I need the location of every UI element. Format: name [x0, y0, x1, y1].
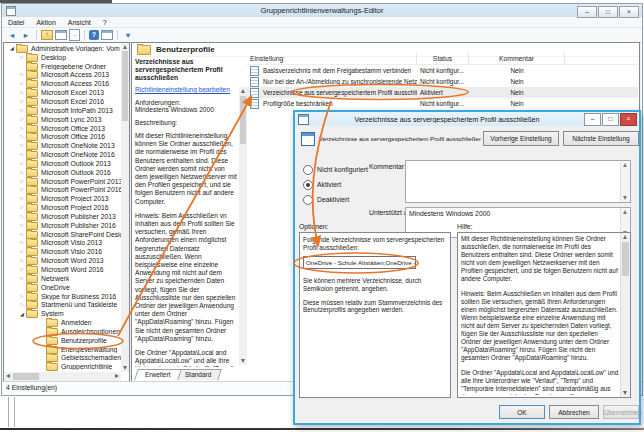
expand-icon[interactable]: ▷: [18, 99, 26, 104]
tree-item-microsoft-outlook-2013[interactable]: ▷Microsoft Outlook 2013: [5, 159, 121, 168]
tree-item-gebietsschemadienste[interactable]: Gebietsschemadienste: [5, 354, 121, 363]
list-row-profilgröße-beschränken[interactable]: Profilgröße beschränkenNicht konfigur...…: [247, 98, 638, 109]
scroll-down-icon[interactable]: [621, 389, 629, 397]
expand-icon[interactable]: ▷: [18, 55, 26, 60]
description-scrollbar[interactable]: [239, 87, 247, 365]
tree-item-startmenü-und-taskleiste[interactable]: ▷Startmenü und Taskleiste: [5, 300, 121, 309]
tree-item-energieverwaltung[interactable]: Energieverwaltung: [5, 345, 121, 354]
tree-item-microsoft-outlook-2016[interactable]: ▷Microsoft Outlook 2016: [5, 168, 121, 177]
scrollbar-arrows[interactable]: [620, 161, 630, 202]
tree-item-benutzerprofile[interactable]: Benutzerprofile: [5, 336, 121, 345]
expand-icon[interactable]: ▷: [18, 72, 26, 77]
tab-standard[interactable]: Standard: [174, 369, 222, 380]
expand-icon[interactable]: ▷: [18, 276, 26, 281]
expand-icon[interactable]: ▷: [18, 152, 26, 157]
expand-icon[interactable]: ▷: [18, 214, 26, 219]
tree-item-microsoft-publisher-2013[interactable]: ▷Microsoft Publisher 2013: [5, 212, 121, 221]
tree-vertical-scrollbar[interactable]: [121, 43, 129, 372]
expand-icon[interactable]: ▷: [18, 196, 26, 201]
column-header-status[interactable]: Status: [417, 53, 469, 64]
tree-item-microsoft-onenote-2016[interactable]: ▷Microsoft OneNote 2016: [5, 150, 121, 159]
tree-item-microsoft-publisher-2016[interactable]: ▷Microsoft Publisher 2016: [5, 221, 121, 230]
filter-icon[interactable]: ▼: [122, 30, 134, 41]
scroll-right-icon[interactable]: [113, 372, 121, 381]
scroll-down-icon[interactable]: [121, 364, 129, 372]
menu-item-aktion[interactable]: Aktion: [30, 19, 61, 26]
expand-icon[interactable]: ▷: [18, 179, 26, 184]
tree-item-microsoft-access-2016[interactable]: ▷Microsoft Access 2016: [5, 79, 121, 88]
expand-icon[interactable]: ▷: [18, 294, 26, 299]
expand-icon[interactable]: ▷: [18, 258, 26, 263]
tree-item-microsoft-sharepoint-design[interactable]: ▷Microsoft SharePoint Design: [5, 230, 121, 239]
tree-item-freigegebene-ordner[interactable]: Freigegebene Ordner: [5, 62, 121, 71]
tree-item-microsoft-office-2016[interactable]: ▷Microsoft Office 2016: [5, 132, 121, 141]
expand-icon[interactable]: ▷: [18, 161, 26, 166]
expand-icon[interactable]: ▷: [18, 126, 26, 131]
expand-icon[interactable]: ▷: [18, 240, 26, 245]
apply-button[interactable]: Übernehmen: [603, 405, 639, 419]
dialog-minimize-button[interactable]: –: [584, 113, 601, 126]
scroll-down-icon[interactable]: [239, 357, 247, 365]
expand-icon[interactable]: ▷: [18, 187, 26, 192]
radio-aktiviert[interactable]: Aktiviert: [303, 177, 368, 192]
expand-icon[interactable]: ▷: [18, 302, 26, 307]
collapse-icon[interactable]: ◢: [8, 45, 16, 51]
tree-item-microsoft-project-2016[interactable]: ▷Microsoft Project 2016: [5, 203, 121, 212]
scroll-left-icon[interactable]: [4, 372, 12, 381]
tree-item-microsoft-onenote-2013[interactable]: ▷Microsoft OneNote 2013: [5, 141, 121, 150]
edit-policy-link[interactable]: Richtlinieneinstellung bearbeiten: [135, 86, 238, 93]
tree-horizontal-scrollbar[interactable]: [4, 372, 121, 381]
scroll-up-icon[interactable]: [621, 233, 629, 241]
tree-item-microsoft-excel-2016[interactable]: ▷Microsoft Excel 2016: [5, 97, 121, 106]
tree-item-microsoft-access-2013[interactable]: ▷Microsoft Access 2013: [5, 71, 121, 80]
tree-item-microsoft-word-2013[interactable]: ▷Microsoft Word 2013: [5, 256, 121, 265]
tree-item-microsoft-infopath-2013[interactable]: ▷Microsoft InfoPath 2013: [5, 106, 121, 115]
tree-item-administrative-vorlagen-vom-z[interactable]: ◢Administrative Vorlagen: Vom z: [5, 44, 121, 53]
dialog-maximize-button[interactable]: □: [602, 113, 619, 126]
close-button[interactable]: ×: [619, 6, 639, 18]
expand-icon[interactable]: ▷: [18, 223, 26, 228]
tree-item-system[interactable]: ◢System: [5, 309, 121, 318]
next-setting-button[interactable]: Nächste Einstellung: [563, 131, 639, 146]
tree-item-microsoft-powerpoint-2013[interactable]: ▷Microsoft PowerPoint 2013: [5, 177, 121, 186]
forward-icon[interactable]: ►: [20, 30, 32, 41]
tree-item-skype-for-business-2016[interactable]: ▷Skype for Business 2016: [5, 292, 121, 301]
scroll-up-icon[interactable]: [239, 87, 247, 95]
export-list-icon[interactable]: →: [69, 29, 80, 41]
tree-item-microsoft-word-2016[interactable]: ▷Microsoft Word 2016: [5, 265, 121, 274]
column-header-kommentar[interactable]: Kommentar: [469, 53, 565, 64]
expand-icon[interactable]: ▷: [18, 143, 26, 148]
dialog-close-button[interactable]: ×: [620, 113, 637, 126]
previous-setting-button[interactable]: Vorherige Einstellung: [483, 131, 559, 146]
expand-icon[interactable]: ▷: [18, 81, 26, 86]
help-icon[interactable]: ?: [89, 30, 99, 40]
tree-item-microsoft-visio-2016[interactable]: ▷Microsoft Visio 2016: [5, 247, 121, 256]
tree-item-ausgleichsoptionen[interactable]: Ausgleichsoptionen: [5, 327, 121, 336]
scrollbar-thumb[interactable]: [122, 51, 128, 121]
list-row-basisverzeichnis-mit-dem-freigabestamm-ver[interactable]: Basisverzeichnis mit dem Freigabestamm v…: [247, 65, 638, 76]
expand-icon[interactable]: ▷: [18, 90, 26, 95]
back-icon[interactable]: ◄: [6, 30, 18, 41]
expand-icon[interactable]: ▷: [18, 267, 26, 272]
minimize-button[interactable]: –: [577, 6, 597, 18]
comment-textarea[interactable]: [405, 160, 631, 203]
help-scrollbar[interactable]: [620, 233, 630, 397]
expand-icon[interactable]: ▷: [18, 117, 26, 122]
tree-item-microsoft-office-2013[interactable]: ▷Microsoft Office 2013: [5, 124, 121, 133]
tree-item-microsoft-visio-2013[interactable]: ▷Microsoft Visio 2013: [5, 239, 121, 248]
dialog-titlebar[interactable]: Verzeichnisse aus servergespeichertem Pr…: [295, 112, 639, 126]
radio-deaktiviert[interactable]: Deaktiviert: [303, 192, 368, 207]
radio-nicht-konfiguriert[interactable]: Nicht konfiguriert: [303, 162, 368, 177]
show-window-icon[interactable]: [101, 30, 113, 40]
tree-item-microsoft-lync-2013[interactable]: ▷Microsoft Lync 2013: [5, 115, 121, 124]
list-row-nur-bei-der-an-abmeldung-zu-synchronisiere[interactable]: Nur bei der An-/Abmeldung zu synchronisi…: [247, 76, 638, 87]
scroll-up-icon[interactable]: [121, 43, 129, 51]
expand-icon[interactable]: ▷: [18, 108, 26, 113]
window-titlebar[interactable]: Gruppenrichtlinienverwaltungs-Editor –□×: [2, 4, 642, 17]
collapse-icon[interactable]: ◢: [18, 311, 26, 317]
tree-item-gruppenrichtlinie[interactable]: Gruppenrichtlinie: [5, 362, 121, 371]
scrollbar-thumb[interactable]: [622, 242, 629, 276]
expand-icon[interactable]: ▷: [18, 170, 26, 175]
scrollbar-thumb[interactable]: [13, 373, 39, 380]
maximize-button[interactable]: □: [598, 6, 618, 18]
